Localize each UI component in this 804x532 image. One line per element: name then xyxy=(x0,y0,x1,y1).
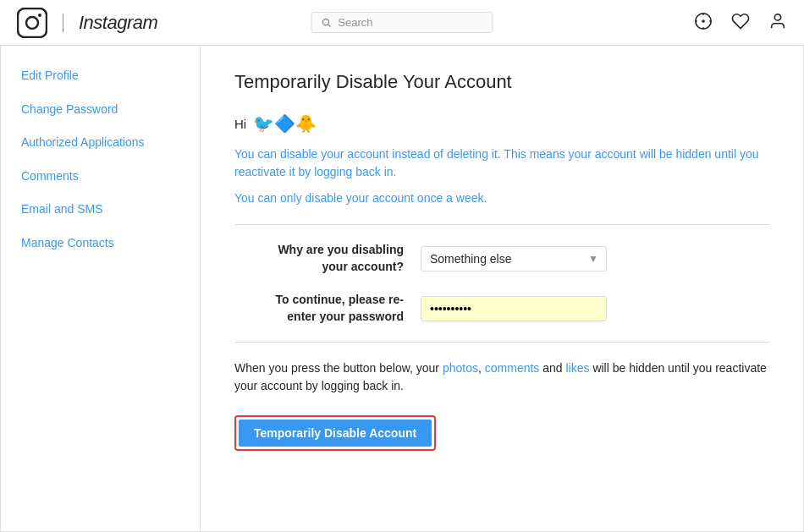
svg-point-3 xyxy=(322,19,328,25)
hi-section: Hi 🐦🔷🐥 xyxy=(234,113,769,134)
reason-label: Why are you disablingyour account? xyxy=(234,242,404,275)
instagram-logo-icon xyxy=(17,8,47,38)
password-control xyxy=(421,296,632,321)
logo-divider xyxy=(63,14,63,32)
sidebar-item-edit-profile[interactable]: Edit Profile xyxy=(1,59,200,93)
logo-text: Instagram xyxy=(79,12,157,34)
hi-label: Hi xyxy=(234,117,246,131)
profile-icon[interactable] xyxy=(768,12,787,34)
password-row: To continue, please re-enter your passwo… xyxy=(234,292,769,325)
sidebar-item-comments[interactable]: Comments xyxy=(1,160,200,194)
search-input[interactable] xyxy=(338,16,482,29)
compass-icon[interactable] xyxy=(694,12,713,34)
page-title: Temporarily Disable Your Account xyxy=(234,71,769,93)
password-input[interactable] xyxy=(421,296,607,321)
info-line1: You can disable your account instead of … xyxy=(234,145,769,181)
sidebar-item-manage-contacts[interactable]: Manage Contacts xyxy=(1,227,200,261)
form-section: Why are you disablingyour account? Somet… xyxy=(234,242,769,325)
comments-link[interactable]: comments xyxy=(485,361,540,375)
divider-top xyxy=(234,224,769,225)
reason-select[interactable]: Something else I'm too busy/addicted Pri… xyxy=(421,246,607,271)
search-box[interactable] xyxy=(311,12,493,33)
user-emoji: 🐦🔷🐥 xyxy=(253,113,317,134)
svg-point-11 xyxy=(774,14,780,19)
disable-button-wrapper: Temporarily Disable Account xyxy=(234,415,436,451)
svg-point-6 xyxy=(702,20,704,22)
temporarily-disable-account-button[interactable]: Temporarily Disable Account xyxy=(239,420,432,447)
sidebar-item-authorized-apps[interactable]: Authorized Applications xyxy=(1,126,200,160)
photos-link[interactable]: photos xyxy=(443,361,478,375)
sidebar: Edit Profile Change Password Authorized … xyxy=(1,46,201,531)
logo-area: Instagram xyxy=(17,8,157,38)
main-content: Temporarily Disable Your Account Hi 🐦🔷🐥 … xyxy=(201,46,803,531)
divider-bottom xyxy=(234,342,769,343)
sidebar-item-change-password[interactable]: Change Password xyxy=(1,93,200,127)
svg-line-4 xyxy=(328,25,330,26)
sidebar-item-email-sms[interactable]: Email and SMS xyxy=(1,193,200,227)
reason-row: Why are you disablingyour account? Somet… xyxy=(234,242,769,275)
svg-point-2 xyxy=(38,14,41,17)
main-layout: Edit Profile Change Password Authorized … xyxy=(0,46,804,532)
heart-icon[interactable] xyxy=(731,12,750,34)
likes-link[interactable]: likes xyxy=(565,361,589,375)
info-line2: You can only disable your account once a… xyxy=(234,189,769,207)
reason-control: Something else I'm too busy/addicted Pri… xyxy=(421,246,632,271)
search-area xyxy=(311,12,493,33)
header: Instagram xyxy=(0,0,804,46)
password-label: To continue, please re-enter your passwo… xyxy=(234,292,404,325)
bottom-info-text: When you press the button below, your ph… xyxy=(234,359,769,395)
header-icons xyxy=(694,12,787,34)
search-icon xyxy=(322,18,332,28)
svg-point-1 xyxy=(26,17,38,29)
reason-select-wrapper: Something else I'm too busy/addicted Pri… xyxy=(421,246,607,271)
svg-rect-0 xyxy=(18,8,47,37)
